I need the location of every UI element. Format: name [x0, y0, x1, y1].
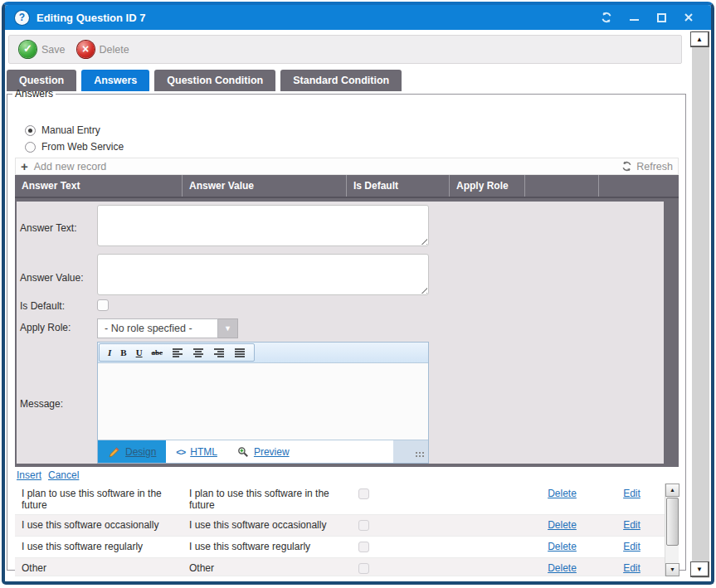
editor-button-group: I B U abc: [99, 343, 255, 362]
resize-grip-icon[interactable]: [419, 285, 427, 294]
maximize-icon[interactable]: [655, 12, 667, 23]
header-answer-text[interactable]: Answer Text: [15, 175, 183, 197]
save-button[interactable]: ✓ Save: [19, 41, 66, 58]
answers-groupbox: Answers Manual Entry From Web Service + …: [7, 88, 686, 571]
table-row: I use this software regularly I use this…: [15, 537, 665, 558]
edit-row-link[interactable]: Edit: [623, 519, 641, 531]
message-content-area[interactable]: [98, 363, 428, 440]
plus-icon: +: [21, 161, 28, 173]
refresh-label: Refresh: [636, 161, 673, 173]
insert-link[interactable]: Insert: [17, 469, 41, 481]
dialog-scroll-up-icon[interactable]: ▲: [690, 32, 709, 47]
bold-icon[interactable]: B: [120, 347, 126, 357]
refresh-icon: [621, 161, 632, 172]
answer-value-input[interactable]: [97, 254, 429, 295]
header-answer-value[interactable]: Answer Value: [183, 175, 347, 197]
align-right-icon[interactable]: [213, 347, 225, 358]
window-refresh-icon[interactable]: [601, 12, 612, 23]
row-is-default-checkbox: [358, 542, 369, 552]
title-bar: ? Editing Question ID 7: [5, 5, 711, 30]
message-editor: I B U abc: [97, 342, 429, 464]
preview-tab-label: Preview: [254, 446, 290, 458]
form-actions-row: Insert Cancel: [15, 467, 679, 484]
row-is-default-checkbox: [358, 563, 369, 574]
code-icon: <>: [176, 447, 185, 457]
cell-answer-value: Other: [183, 558, 347, 576]
delete-row-link[interactable]: Delete: [548, 541, 577, 552]
refresh-button[interactable]: Refresh: [621, 161, 673, 173]
scroll-down-icon[interactable]: ▼: [665, 563, 679, 576]
dialog-window: ? Editing Question ID 7 ✓: [2, 2, 714, 585]
cell-apply-role: [450, 558, 525, 576]
message-label: Message:: [20, 398, 63, 410]
manual-entry-option[interactable]: Manual Entry: [25, 124, 100, 136]
html-tab-label: HTML: [190, 446, 217, 458]
window-title: Editing Question ID 7: [37, 12, 145, 24]
design-mode-tab[interactable]: Design: [98, 440, 166, 463]
header-empty-2: [599, 175, 679, 197]
answer-text-input[interactable]: [97, 205, 429, 246]
grid-rows-area: I plan to use this software in the futur…: [15, 484, 679, 576]
grid-scrollbar[interactable]: ▲ ▼: [665, 484, 679, 576]
save-button-label: Save: [41, 44, 66, 56]
edit-form-panel: Answer Text: Answer Value: Is Default: A…: [17, 202, 664, 464]
table-row: Other Other Delete Edit: [15, 558, 665, 576]
underline-icon[interactable]: U: [136, 347, 143, 357]
grid-header-row: Answer Text Answer Value Is Default Appl…: [15, 175, 679, 198]
cell-apply-role: [450, 537, 525, 559]
dialog-client-area: ✓ Save × Delete Question Answers Questio…: [5, 30, 711, 581]
row-is-default-checkbox: [358, 520, 369, 531]
is-default-label: Is Default:: [20, 300, 65, 312]
cell-apply-role: [450, 515, 525, 537]
pencil-icon: [108, 446, 120, 458]
align-left-icon[interactable]: [172, 347, 183, 358]
dialog-scrollbar-track[interactable]: [692, 31, 709, 578]
header-apply-role[interactable]: Apply Role: [450, 175, 525, 197]
justify-icon[interactable]: [234, 347, 246, 358]
cancel-link[interactable]: Cancel: [48, 469, 79, 481]
dialog-scroll-down-icon[interactable]: ▼: [690, 561, 709, 577]
is-default-checkbox[interactable]: [97, 299, 109, 311]
editor-resize-grip[interactable]: [415, 451, 425, 459]
delete-button[interactable]: × Delete: [77, 41, 129, 58]
manual-entry-radio[interactable]: [25, 125, 36, 136]
preview-mode-tab[interactable]: Preview: [227, 440, 300, 463]
window-controls: [601, 12, 701, 23]
table-row: I plan to use this software in the futur…: [15, 484, 665, 515]
web-service-label: From Web Service: [41, 141, 124, 153]
dropdown-arrow-icon[interactable]: ▼: [218, 318, 238, 338]
grid-scrollbar-thumb[interactable]: [666, 498, 679, 546]
html-mode-tab[interactable]: <> HTML: [166, 440, 227, 463]
minimize-icon[interactable]: [628, 12, 640, 23]
close-icon[interactable]: [683, 12, 694, 23]
dialog-scrollbar[interactable]: ▲ ▼: [690, 31, 710, 578]
header-empty-1: [525, 175, 599, 197]
cell-answer-text: I plan to use this software in the futur…: [15, 484, 183, 515]
row-is-default-checkbox: [358, 488, 369, 499]
editor-toolbar: I B U abc: [98, 343, 428, 363]
help-icon[interactable]: ?: [15, 11, 29, 25]
align-center-icon[interactable]: [192, 347, 204, 358]
cell-answer-value: I use this software occasionally: [183, 515, 347, 537]
apply-role-value: - No role specfied -: [97, 318, 218, 338]
scroll-up-icon[interactable]: ▲: [665, 484, 679, 497]
strikethrough-icon[interactable]: abc: [152, 348, 163, 357]
add-new-record-button[interactable]: + Add new record: [21, 161, 106, 173]
cell-answer-text: I use this software regularly: [15, 537, 183, 559]
header-is-default[interactable]: Is Default: [347, 175, 450, 197]
web-service-option[interactable]: From Web Service: [25, 141, 124, 153]
delete-row-link[interactable]: Delete: [548, 562, 577, 574]
edit-row-link[interactable]: Edit: [623, 488, 641, 499]
answers-grid: + Add new record Refresh Ans: [15, 158, 679, 576]
delete-row-link[interactable]: Delete: [548, 519, 577, 531]
edit-form-row: Answer Text: Answer Value: Is Default: A…: [15, 198, 679, 467]
edit-row-link[interactable]: Edit: [623, 541, 641, 552]
add-new-record-label: Add new record: [34, 161, 107, 173]
web-service-radio[interactable]: [25, 142, 36, 153]
resize-grip-icon[interactable]: [419, 236, 427, 245]
apply-role-dropdown[interactable]: - No role specfied - ▼: [97, 318, 238, 338]
italic-icon[interactable]: I: [108, 347, 111, 357]
edit-row-link[interactable]: Edit: [623, 562, 641, 574]
magnifier-icon: [237, 446, 249, 458]
delete-row-link[interactable]: Delete: [548, 488, 577, 499]
